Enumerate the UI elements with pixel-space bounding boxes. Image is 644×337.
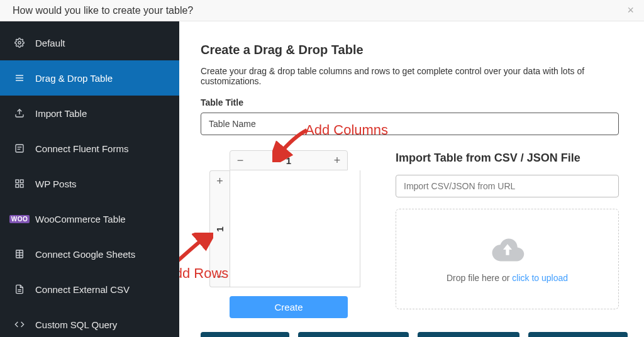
decrease-columns-button[interactable]: −: [230, 151, 250, 170]
create-button[interactable]: Create: [230, 296, 348, 318]
svg-rect-11: [16, 184, 19, 187]
upload-icon: [14, 108, 25, 119]
sidebar-item-label: WooCommerce Table: [35, 214, 126, 224]
svg-rect-9: [20, 180, 23, 183]
main-panel: Create a Drag & Drop Table Create your d…: [179, 21, 644, 337]
svg-rect-1: [16, 75, 23, 75]
dropzone-link[interactable]: click to upload: [512, 273, 568, 283]
posts-icon: [14, 178, 25, 189]
sidebar-item-label: Import Table: [35, 108, 87, 119]
code-icon: [14, 319, 25, 330]
modal-title: How would you like to create your table?: [13, 5, 193, 16]
template-schedule[interactable]: Schedule Tables: [528, 332, 628, 337]
modal-header: How would you like to create your table?…: [0, 0, 644, 21]
sidebar-item-sql[interactable]: Custom SQL Query: [0, 307, 179, 337]
import-url-input[interactable]: [396, 175, 619, 197]
dropzone-text: Drop file here or click to upload: [447, 273, 568, 283]
sidebar-item-label: Connect Google Sheets: [35, 249, 135, 260]
columns-value: 1: [286, 155, 291, 166]
drag-icon: [14, 72, 25, 84]
file-dropzone[interactable]: Drop file here or click to upload: [396, 209, 619, 309]
sidebar-item-fluent-forms[interactable]: Connect Fluent Forms: [0, 131, 179, 166]
svg-rect-3: [16, 80, 23, 80]
sidebar-item-google-sheets[interactable]: Connect Google Sheets: [0, 236, 179, 272]
table-title-label: Table Title: [201, 97, 619, 108]
svg-rect-5: [16, 145, 23, 152]
template-bar: Pricing Tables Comparison Tables Employe…: [201, 332, 619, 337]
sidebar-item-drag-drop[interactable]: Drag & Drop Table: [0, 60, 179, 96]
table-title-input[interactable]: [201, 113, 619, 135]
increase-rows-button[interactable]: +: [210, 171, 230, 191]
page-description: Create your drag & drop table columns an…: [201, 66, 619, 86]
svg-rect-2: [16, 77, 23, 78]
grid-preview: [230, 170, 360, 287]
import-section-title: Import Table from CSV / JSON File: [396, 152, 619, 165]
sidebar-item-label: Drag & Drop Table: [35, 73, 113, 84]
cloud-upload-icon: [490, 236, 525, 265]
csv-icon: [14, 284, 25, 295]
rows-value: 1: [214, 226, 225, 231]
svg-rect-8: [16, 180, 19, 183]
sidebar-item-label: Default: [35, 38, 65, 48]
gear-icon: [14, 37, 25, 48]
sidebar-item-label: Connect Fluent Forms: [35, 143, 128, 154]
template-employee[interactable]: Employee Tables: [418, 332, 519, 337]
sidebar-item-woocommerce[interactable]: WOO WooCommerce Table: [0, 201, 179, 236]
sheets-icon: [14, 248, 25, 260]
sidebar-item-external-csv[interactable]: Connect External CSV: [0, 272, 179, 307]
close-icon[interactable]: ×: [627, 4, 634, 17]
sidebar: Default Drag & Drop Table Import Table C…: [0, 21, 179, 337]
columns-control: − 1 +: [230, 150, 348, 170]
increase-columns-button[interactable]: +: [327, 151, 347, 170]
page-title: Create a Drag & Drop Table: [201, 43, 619, 57]
sidebar-item-import[interactable]: Import Table: [0, 96, 179, 131]
sidebar-item-label: WP Posts: [35, 179, 77, 189]
svg-rect-6: [18, 146, 22, 147]
template-comparison[interactable]: Comparison Tables: [298, 332, 409, 337]
grid-size-picker: − 1 + + 1 −: [209, 150, 360, 289]
svg-point-0: [18, 41, 21, 44]
form-icon: [14, 143, 25, 154]
dropzone-prefix: Drop file here or: [447, 273, 512, 283]
woo-icon: WOO: [14, 213, 25, 224]
sidebar-item-label: Custom SQL Query: [35, 319, 117, 330]
svg-rect-7: [18, 149, 21, 150]
decrease-rows-button[interactable]: −: [210, 267, 230, 287]
svg-rect-10: [20, 184, 23, 187]
template-pricing[interactable]: Pricing Tables: [201, 332, 289, 337]
sidebar-item-wp-posts[interactable]: WP Posts: [0, 166, 179, 201]
sidebar-item-default[interactable]: Default: [0, 25, 179, 60]
rows-control: + 1 −: [209, 170, 230, 287]
sidebar-item-label: Connect External CSV: [35, 284, 130, 295]
